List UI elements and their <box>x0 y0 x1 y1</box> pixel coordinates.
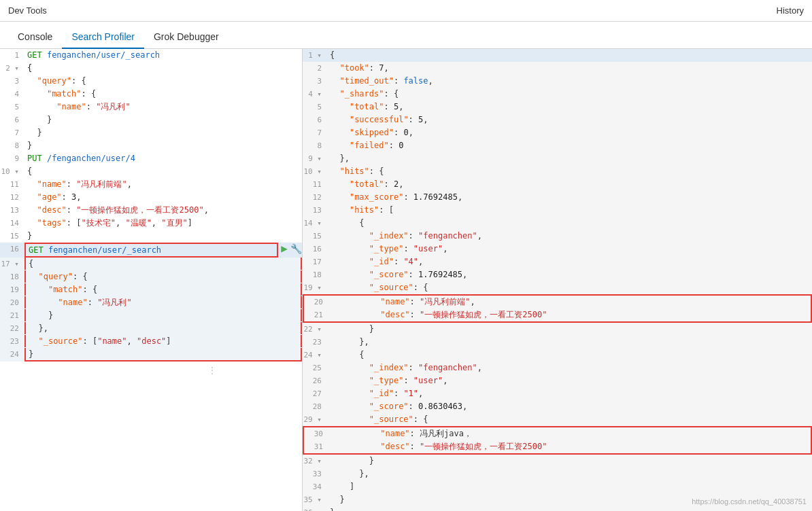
result-line: 13 "hits": [ <box>303 204 812 217</box>
result-line: 33 }, <box>303 468 812 480</box>
result-line: 8 "failed": 0 <box>303 139 812 152</box>
result-line: 15 "_index": "fenganchen", <box>303 230 812 243</box>
result-line: 23 }, <box>303 336 812 349</box>
code-line: 17 ▾ { <box>0 258 302 270</box>
result-line: 36 ▾ } <box>303 506 812 511</box>
result-line: 24 ▾ { <box>303 349 812 362</box>
result-line: 16 "_type": "user", <box>303 243 812 256</box>
code-line: 8 } <box>0 139 302 152</box>
code-line: 23 "_source": ["name", "desc"] <box>0 335 302 348</box>
code-line: 6 } <box>0 113 302 126</box>
app-title: Dev Tools <box>8 5 47 16</box>
result-line: 9 ▾ }, <box>303 152 812 165</box>
result-line: 29 ▾ "_source": { <box>303 413 812 426</box>
code-line: 12 "age": 3, <box>0 191 302 204</box>
code-line: 19 "match": { <box>0 283 302 296</box>
result-line: 19 ▾ "_source": { <box>303 281 812 294</box>
result-line-redbox2: 31 "desc": "一顿操作猛如虎，一看工资2500" <box>303 440 812 455</box>
tab-search-profiler[interactable]: Search Profiler <box>62 26 144 49</box>
code-line: 22 }, <box>0 322 302 335</box>
result-line: 28 "_score": 0.8630463, <box>303 400 812 413</box>
result-line: 22 ▾ } <box>303 323 812 336</box>
result-line: 2 "took": 7, <box>303 62 812 75</box>
code-line: 11 "name": "冯凡利前端", <box>0 178 302 191</box>
code-line: 24 } <box>0 348 302 362</box>
history-button[interactable]: History <box>777 5 804 16</box>
code-line: 18 "query": { <box>0 270 302 283</box>
result-line: 11 "total": 2, <box>303 178 812 191</box>
result-line: 27 "_id": "1", <box>303 387 812 400</box>
watermark: https://blog.csdn.net/qq_40038751 <box>692 497 807 506</box>
code-line: 13 "desc": "一顿操作猛如虎，一看工资2500", <box>0 204 302 217</box>
code-line: 7 } <box>0 126 302 139</box>
right-result-panel: 1 ▾ { 2 "took": 7, 3 "timed_out": false,… <box>303 49 812 511</box>
result-line: 34 ] <box>303 480 812 493</box>
left-code-area[interactable]: 1 GET fenganchen/user/_search 2 ▾ { 3 "q… <box>0 49 302 376</box>
result-line: 3 "timed_out": false, <box>303 75 812 88</box>
result-line: 18 "_score": 1.7692485, <box>303 268 812 281</box>
result-line: 5 "total": 5, <box>303 101 812 113</box>
result-line: 1 ▾ { <box>303 49 812 62</box>
result-line: 17 "_id": "4", <box>303 256 812 268</box>
code-line-highlighted: 16 GET fenganchen/user/_search ▶ 🔧 <box>0 243 302 258</box>
code-line-ellipsis: ⋮ <box>0 362 302 376</box>
result-line: 26 "_type": "user", <box>303 374 812 387</box>
tab-grok-debugger[interactable]: Grok Debugger <box>144 26 229 49</box>
code-line: 9 PUT /fenganchen/user/4 <box>0 152 302 165</box>
result-line: 32 ▾ } <box>303 455 812 468</box>
code-line: 4 "match": { <box>0 88 302 101</box>
result-line: 12 "max_score": 1.7692485, <box>303 191 812 204</box>
code-line: 15 } <box>0 230 302 243</box>
code-line: 3 "query": { <box>0 75 302 88</box>
code-line: 10 ▾ { <box>0 165 302 178</box>
result-line-redbox: 21 "desc": "一顿操作猛如虎，一看工资2500" <box>303 309 812 323</box>
settings-icon[interactable]: 🔧 <box>290 243 302 255</box>
tab-console[interactable]: Console <box>8 26 62 49</box>
left-editor-panel: 1 GET fenganchen/user/_search 2 ▾ { 3 "q… <box>0 49 303 511</box>
result-line: 7 "skipped": 0, <box>303 126 812 139</box>
right-code-area: 1 ▾ { 2 "took": 7, 3 "timed_out": false,… <box>303 49 812 511</box>
code-line: 14 "tags": ["技术宅", "温暖", "直男"] <box>0 217 302 230</box>
result-line: 6 "successful": 5, <box>303 113 812 126</box>
code-line: 21 } <box>0 309 302 322</box>
play-icon[interactable]: ▶ <box>281 243 288 255</box>
code-line: 1 GET fenganchen/user/_search <box>0 49 302 62</box>
result-line: 4 ▾ "_shards": { <box>303 88 812 101</box>
result-line: 10 ▾ "hits": { <box>303 165 812 178</box>
result-line-redbox2: 30 "name": 冯凡利java， <box>303 426 812 440</box>
result-line: 14 ▾ { <box>303 217 812 230</box>
code-line: 2 ▾ { <box>0 62 302 75</box>
result-line: 25 "_index": "fenganchen", <box>303 362 812 374</box>
code-line: 5 "name": "冯凡利" <box>0 101 302 113</box>
code-line: 20 "name": "冯凡利" <box>0 296 302 309</box>
result-line-redbox: 20 "name": "冯凡利前端", <box>303 294 812 309</box>
